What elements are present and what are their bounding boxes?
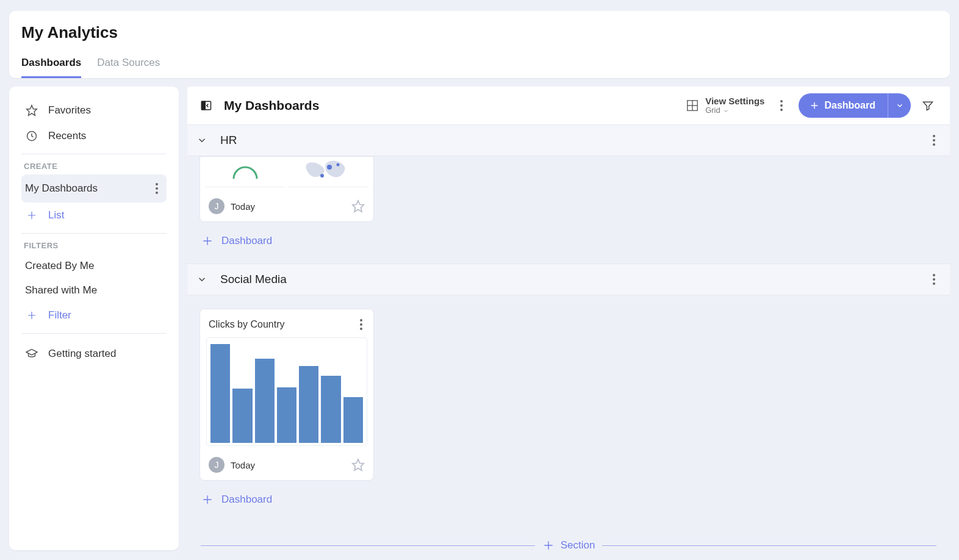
divider-line	[201, 545, 535, 546]
sidebar-item-getting-started[interactable]: Getting started	[21, 341, 167, 367]
topbar-title: My Dashboards	[224, 98, 319, 113]
favorite-toggle[interactable]	[351, 458, 365, 472]
sidebar-group-filters: FILTERS	[24, 241, 167, 250]
view-settings-label: View Settings	[705, 96, 764, 106]
plus-icon	[201, 234, 214, 248]
view-settings[interactable]: View Settings Grid	[686, 96, 764, 115]
sidebar-group-create: CREATE	[24, 162, 167, 171]
tab-data-sources[interactable]: Data Sources	[97, 57, 160, 78]
divider	[21, 154, 167, 154]
topbar-more-button[interactable]	[770, 95, 792, 117]
star-icon	[351, 458, 365, 472]
sidebar-item-recents[interactable]: Recents	[21, 123, 167, 149]
sidebar-item-label: Filter	[48, 309, 71, 321]
add-section-label: Section	[561, 539, 595, 550]
sidebar-item-shared-with-me[interactable]: Shared with Me	[21, 278, 167, 303]
graduation-cap-icon	[25, 347, 38, 361]
plus-icon	[25, 309, 38, 322]
main-area: My Dashboards View Settings Grid	[187, 87, 950, 550]
divider	[21, 233, 167, 234]
plus-icon	[201, 493, 214, 506]
section-more-hr[interactable]	[930, 132, 938, 148]
card-title: Clicks by Country	[209, 319, 284, 330]
page-title: My Analytics	[21, 23, 938, 42]
tabs: Dashboards Data Sources	[21, 57, 938, 78]
card-date: Today	[231, 201, 255, 212]
divider	[21, 333, 167, 334]
svg-marker-0	[27, 106, 37, 116]
new-dashboard-dropdown[interactable]	[888, 93, 911, 118]
star-icon	[25, 104, 38, 117]
dashboard-card-clicks[interactable]: Clicks by Country J Today	[199, 309, 374, 481]
section-header-hr: HR	[187, 124, 950, 156]
svg-marker-9	[353, 459, 364, 470]
sidebar-item-my-dashboards[interactable]: My Dashboards	[21, 174, 167, 203]
card-footer: J Today	[200, 450, 373, 480]
chart-bar	[255, 359, 275, 443]
card-header: Clicks by Country	[200, 309, 373, 337]
sidebar-item-add-list[interactable]: List	[21, 203, 167, 228]
svg-point-5	[327, 165, 332, 170]
divider-line	[602, 545, 936, 546]
collapse-sidebar-icon[interactable]	[199, 99, 213, 112]
chart-bar	[277, 387, 296, 443]
chevron-down-icon	[723, 108, 729, 114]
chart-bar	[232, 389, 252, 443]
chart-bar	[343, 397, 363, 443]
new-dashboard-label: Dashboard	[824, 100, 875, 111]
svg-rect-3	[202, 101, 206, 109]
sidebar-item-label: Shared with Me	[25, 284, 97, 296]
add-dashboard-social[interactable]: Dashboard	[199, 481, 936, 522]
section-body-hr: J Today Dashboard	[187, 156, 950, 264]
add-section-row: Section	[201, 539, 936, 550]
sidebar-item-add-filter[interactable]: Filter	[21, 303, 167, 328]
filter-button[interactable]	[917, 95, 939, 117]
clock-icon	[25, 129, 38, 143]
avatar: J	[209, 198, 224, 214]
chevron-down-icon	[896, 101, 904, 110]
avatar: J	[209, 457, 224, 473]
dashboard-card-hr[interactable]: J Today	[199, 156, 374, 222]
add-section-button[interactable]: Section	[542, 539, 595, 550]
card-more[interactable]	[357, 317, 365, 332]
plus-icon	[810, 101, 819, 110]
sidebar-item-label: Getting started	[48, 348, 117, 360]
new-dashboard-button[interactable]: Dashboard	[799, 93, 911, 118]
chevron-down-icon[interactable]	[195, 272, 209, 287]
header-card: My Analytics Dashboards Data Sources	[9, 11, 950, 78]
gauge-thumbnail-icon	[230, 164, 260, 180]
chart-bar	[321, 376, 340, 443]
add-dashboard-label: Dashboard	[221, 235, 272, 247]
topbar: My Dashboards View Settings Grid	[187, 87, 950, 124]
star-icon	[351, 199, 365, 213]
tab-dashboards[interactable]: Dashboards	[21, 57, 81, 78]
card-footer: J Today	[200, 191, 373, 221]
svg-point-7	[336, 163, 339, 166]
new-dashboard-main[interactable]: Dashboard	[799, 93, 888, 118]
add-dashboard-label: Dashboard	[221, 494, 272, 506]
sidebar-item-label: Created By Me	[25, 260, 94, 272]
chart-bar	[299, 366, 318, 443]
map-thumbnail-icon	[289, 157, 368, 187]
chart-bar	[210, 344, 230, 443]
sidebar: Favorites Recents CREATE My Dashboards L…	[9, 87, 179, 550]
view-settings-value: Grid	[705, 106, 720, 115]
section-header-social: Social Media	[187, 264, 950, 295]
section-title-social: Social Media	[220, 273, 287, 286]
chart-preview	[206, 337, 367, 446]
section-body-social: Clicks by Country J Today D	[187, 309, 950, 522]
plus-icon	[25, 209, 38, 222]
card-thumbnail	[200, 157, 373, 191]
sidebar-item-favorites[interactable]: Favorites	[21, 98, 167, 123]
svg-point-6	[320, 174, 324, 178]
section-more-social[interactable]	[930, 271, 938, 287]
add-dashboard-hr[interactable]: Dashboard	[199, 222, 936, 264]
favorite-toggle[interactable]	[351, 199, 365, 213]
filter-icon	[922, 99, 934, 112]
card-date: Today	[231, 460, 255, 470]
sidebar-item-label: Recents	[48, 130, 86, 142]
sidebar-item-created-by-me[interactable]: Created By Me	[21, 254, 167, 278]
plus-icon	[542, 539, 555, 550]
more-icon[interactable]	[153, 181, 160, 196]
chevron-down-icon[interactable]	[195, 133, 209, 148]
